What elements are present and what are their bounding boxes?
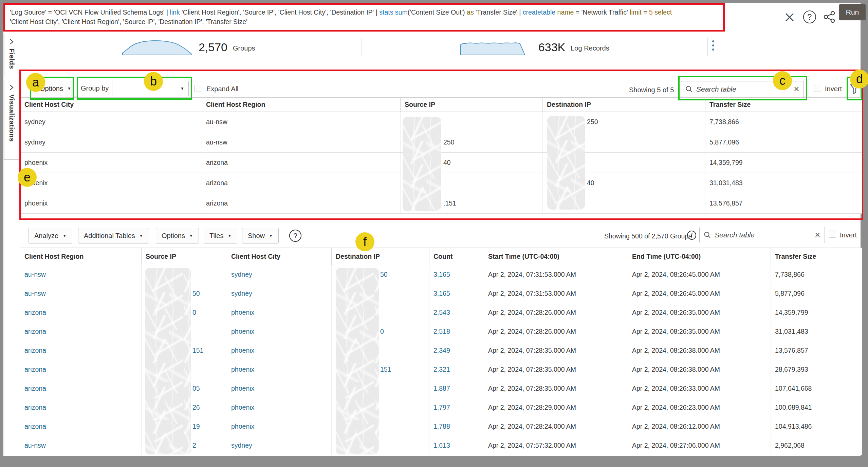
cell-client-host-city[interactable]: phoenix [227,341,332,360]
cell-client-host-region[interactable]: arizona [20,303,142,322]
query-segment: 'Client Host Region', 'Source IP', 'Clie… [180,8,380,16]
query-line-2: 'Client Host City', 'Client Host Region'… [10,17,719,26]
tiles-button[interactable]: Tiles▼ [204,228,237,244]
app-window: 'Log Source' = 'OCI VCN Flow Unified Sch… [3,3,861,456]
help-icon[interactable]: ? [803,11,816,23]
table-row: sydneyau-nsw2505,877,096 [20,132,862,153]
column-header[interactable]: Client Host City [227,248,332,265]
redaction-blob [336,268,379,454]
cell-count[interactable]: 2,349 [429,341,484,360]
cell-client-host-city[interactable]: sydney [227,284,332,303]
cell-start-time: Apr 2, 2024, 07:28:35.000 AM [484,379,628,398]
cell-client-host-region[interactable]: au-nsw [20,436,142,455]
cell-client-host-region[interactable]: arizona [20,398,142,417]
share-icon[interactable] [823,11,836,23]
column-header[interactable]: Destination IP [332,248,429,265]
group-by-label: Group by [81,84,109,92]
annotation-e: e [18,168,37,187]
cell-client-host-city[interactable]: sydney [227,436,332,455]
clear-search-icon[interactable]: ✕ [793,85,799,93]
table-row: sydneyau-nsw2507,738,866 [20,112,862,132]
annotation-a: a [26,73,45,92]
cell-client-host-region[interactable]: arizona [20,360,142,379]
annotation-b: b [144,72,163,91]
cell-transfer-size: 7,738,866 [705,112,862,132]
cell-count[interactable]: 2,543 [429,303,484,322]
analyze-button[interactable]: Analyze▼ [29,228,72,244]
options-button-2[interactable]: Options▼ [156,228,199,244]
column-header[interactable]: Source IP [142,248,227,265]
cell-client-host-region[interactable]: arizona [20,322,142,341]
showing-count-text: Showing 5 of 5 [629,86,674,94]
kebab-menu-icon[interactable] [712,40,714,51]
cell-transfer-size: 31,031,483 [771,322,862,341]
show-button[interactable]: Show▼ [242,228,279,244]
cell-client-host-city[interactable]: sydney [227,265,332,284]
run-button[interactable]: Run [839,4,866,20]
cell-client-host-region[interactable]: arizona [20,341,142,360]
cell-client-host-city[interactable]: phoenix [227,322,332,341]
column-header[interactable]: Client Host City [20,98,202,112]
search-placeholder: Search table [715,231,755,239]
caret-down-icon: ▼ [227,233,232,238]
cell-count[interactable]: 1,788 [429,417,484,436]
invert-checkbox[interactable] [814,85,821,92]
cell-client-host-city[interactable]: phoenix [227,417,332,436]
column-header[interactable]: Client Host Region [202,98,401,112]
cell-client-host-region[interactable]: arizona [20,379,142,398]
sidebar-tab-fields[interactable]: Fields [4,34,19,77]
cell-end-time: Apr 2, 2024, 08:26:45.000 AM [628,265,771,284]
column-header[interactable]: Start Time (UTC-04:00) [484,248,628,265]
cell-transfer-size: 31,031,483 [705,173,862,193]
cell-count[interactable]: 2,518 [429,322,484,341]
tiles-button-label: Tiles [209,232,223,240]
cell-start-time: Apr 2, 2024, 07:31:53.000 AM [484,284,628,303]
caret-down-icon: ▼ [62,233,67,238]
column-header[interactable]: Client Host Region [20,248,142,265]
cell-count[interactable]: 3,165 [429,265,484,284]
query-segment: stats [379,8,393,16]
clear-search-icon[interactable]: ✕ [814,231,820,239]
cell-client-host-city[interactable]: phoenix [227,360,332,379]
additional-tables-button-label: Additional Tables [84,232,135,240]
cell-client-host-region[interactable]: au-nsw [20,265,142,284]
caret-down-icon: ▼ [139,233,143,238]
showing-groups-text: Showing 500 of 2,570 Groups [604,232,692,240]
analyze-button-label: Analyze [34,232,58,240]
column-header[interactable]: Count [429,248,484,265]
column-header[interactable]: Destination IP [543,98,705,112]
annotation-c: c [773,71,792,90]
groups-table: Client Host RegionSource IPClient Host C… [20,248,862,455]
invert-checkbox-2[interactable] [829,231,836,238]
query-editor[interactable]: 'Log Source' = 'OCI VCN Flow Unified Sch… [3,3,725,32]
sidebar-tab-visualizations[interactable]: Visualizations [4,80,19,160]
cell-end-time: Apr 2, 2024, 08:26:38.000 AM [628,341,771,360]
column-header[interactable]: Transfer Size [705,98,862,112]
expand-all-checkbox[interactable] [194,85,201,92]
close-icon[interactable] [784,12,795,23]
cell-count[interactable]: 2,321 [429,360,484,379]
query-segment: createtable [523,8,555,16]
expand-all-label: Expand All [206,85,239,93]
table-row: phoenixarizona4031,031,483 [20,173,862,193]
log-records-count: 633K [538,41,565,54]
info-icon[interactable]: i [687,231,696,240]
cell-count[interactable]: 1,797 [429,398,484,417]
cell-count[interactable]: 3,165 [429,284,484,303]
cell-client-host-region[interactable]: au-nsw [20,284,142,303]
cell-end-time: Apr 2, 2024, 08:27:06.000 AM [628,436,771,455]
groups-search-input[interactable]: Search table ✕ [699,227,825,243]
cell-count[interactable]: 1,613 [429,436,484,455]
cell-transfer-size: 7,738,866 [771,265,862,284]
cell-client-host-city[interactable]: phoenix [227,398,332,417]
additional-tables-button[interactable]: Additional Tables▼ [78,228,149,244]
column-header[interactable]: Transfer Size [771,248,862,265]
column-header[interactable]: End Time (UTC-04:00) [628,248,771,265]
cell-client-host-region[interactable]: arizona [20,417,142,436]
column-header[interactable]: Source IP [401,98,543,112]
cell-client-host-city[interactable]: phoenix [227,303,332,322]
help-icon[interactable]: ? [289,230,301,242]
cell-count[interactable]: 1,887 [429,379,484,398]
cell-client-host-city[interactable]: phoenix [227,379,332,398]
query-segment: as [467,8,474,16]
